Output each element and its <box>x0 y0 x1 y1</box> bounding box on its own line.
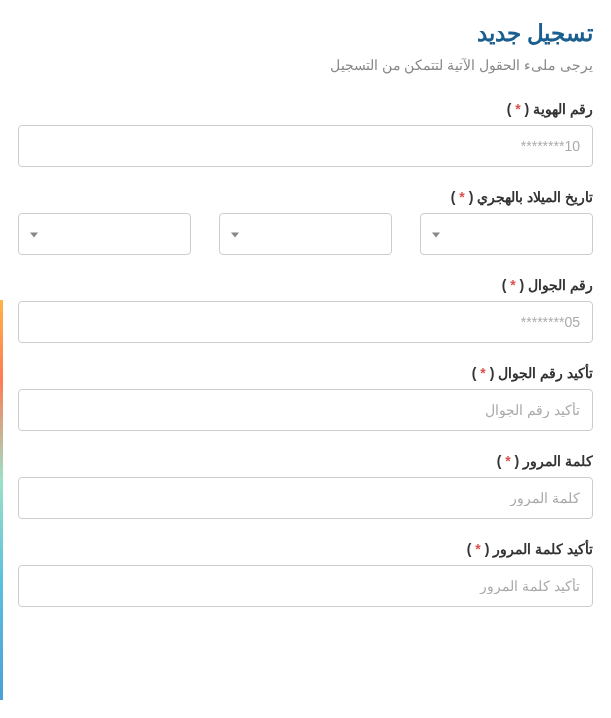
req-open: ( <box>521 101 533 117</box>
password-input[interactable] <box>18 477 593 519</box>
label-text-password-confirm: تأكيد كلمة المرور <box>493 541 593 557</box>
label-text-mobile: رقم الجوال <box>528 277 593 293</box>
label-password: كلمة المرور ( * ) <box>18 453 593 469</box>
req-open: ( <box>481 541 493 557</box>
password-confirm-input[interactable] <box>18 565 593 607</box>
label-text-id-number: رقم الهوية <box>533 101 593 117</box>
field-group-id-number: رقم الهوية ( * ) <box>18 101 593 167</box>
registration-form-container: تسجيل جديد يرجى ملىء الحقول الآتية لتتمك… <box>0 0 611 607</box>
req-close: ) <box>502 277 511 293</box>
req-close: ) <box>497 453 506 469</box>
label-text-birth-date: تاريخ الميلاد بالهجري <box>477 189 593 205</box>
side-accent-stripe <box>0 300 3 700</box>
birth-year-select-wrap <box>18 213 191 255</box>
birth-date-row <box>18 213 593 255</box>
page-title: تسجيل جديد <box>18 20 593 47</box>
field-group-password-confirm: تأكيد كلمة المرور ( * ) <box>18 541 593 607</box>
birth-month-select-wrap <box>219 213 392 255</box>
req-open: ( <box>511 453 523 469</box>
req-open: ( <box>516 277 528 293</box>
label-password-confirm: تأكيد كلمة المرور ( * ) <box>18 541 593 557</box>
field-group-mobile-confirm: تأكيد رقم الجوال ( * ) <box>18 365 593 431</box>
label-mobile: رقم الجوال ( * ) <box>18 277 593 293</box>
birth-day-select-wrap <box>420 213 593 255</box>
label-id-number: رقم الهوية ( * ) <box>18 101 593 117</box>
id-number-input[interactable] <box>18 125 593 167</box>
req-open: ( <box>465 189 477 205</box>
req-close: ) <box>507 101 516 117</box>
birth-year-select[interactable] <box>18 213 191 255</box>
label-mobile-confirm: تأكيد رقم الجوال ( * ) <box>18 365 593 381</box>
birth-day-select[interactable] <box>420 213 593 255</box>
field-group-birth-date: تاريخ الميلاد بالهجري ( * ) <box>18 189 593 255</box>
field-group-password: كلمة المرور ( * ) <box>18 453 593 519</box>
page-subtitle: يرجى ملىء الحقول الآتية لتتمكن من التسجي… <box>18 57 593 73</box>
mobile-input[interactable] <box>18 301 593 343</box>
birth-month-select[interactable] <box>219 213 392 255</box>
field-group-mobile: رقم الجوال ( * ) <box>18 277 593 343</box>
label-birth-date: تاريخ الميلاد بالهجري ( * ) <box>18 189 593 205</box>
label-text-mobile-confirm: تأكيد رقم الجوال <box>498 365 593 381</box>
mobile-confirm-input[interactable] <box>18 389 593 431</box>
req-open: ( <box>486 365 498 381</box>
label-text-password: كلمة المرور <box>523 453 593 469</box>
